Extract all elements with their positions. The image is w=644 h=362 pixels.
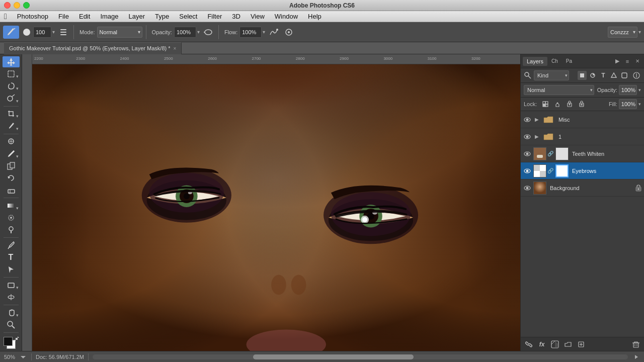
tab-layers[interactable]: Layers [523, 57, 547, 66]
menu-filter[interactable]: Filter [203, 12, 226, 21]
panel-close-icon[interactable]: ✕ [633, 57, 642, 66]
menu-view[interactable]: View [247, 12, 269, 21]
dodge-tool[interactable] [3, 224, 20, 235]
healing-tool[interactable] [3, 136, 20, 147]
layer-row-teeth[interactable]: 🔗 Teeth Whiten [521, 145, 644, 162]
3d-rotate-tool[interactable] [3, 292, 20, 303]
panel-menu-icon[interactable]: ≡ [623, 57, 632, 66]
statusbar-expand[interactable] [19, 353, 27, 361]
hand-tool[interactable]: ▾ [3, 307, 20, 318]
smartobj-filter-icon[interactable] [620, 71, 629, 80]
blur-tool[interactable] [3, 212, 20, 223]
zoom-tool[interactable] [3, 319, 20, 330]
kind-filter-select[interactable]: Kind [534, 70, 569, 80]
history-brush-tool[interactable] [3, 172, 20, 184]
smoothing-button[interactable] [267, 26, 280, 39]
menu-3d[interactable]: 3D [228, 12, 245, 21]
opacity-arrow[interactable]: ▾ [197, 29, 200, 35]
layer-link-footer-icon[interactable] [524, 339, 534, 349]
apple-menu[interactable]:  [4, 12, 7, 21]
path-select-tool[interactable] [3, 264, 20, 275]
menu-select[interactable]: Select [175, 12, 201, 21]
shape-tool[interactable]: ▾ [3, 280, 20, 291]
crop-tool[interactable]: ▾ [3, 108, 20, 119]
layer-row-eyebrows[interactable]: 🔗 Eyebrows [521, 162, 644, 179]
filter-toggle-icon[interactable] [632, 71, 641, 80]
delete-layer-icon[interactable] [631, 339, 641, 349]
menu-type[interactable]: Type [151, 12, 173, 21]
marquee-tool[interactable]: ▾ [3, 68, 20, 79]
lock-all-icon[interactable] [577, 100, 586, 109]
menu-photoshop[interactable]: Photoshop [13, 12, 52, 21]
profile-expand[interactable]: ▾ [638, 29, 641, 35]
adjustment-filter-icon[interactable] [588, 71, 597, 80]
layer-row-background[interactable]: Background [521, 179, 644, 197]
menu-edit[interactable]: Edit [75, 12, 94, 21]
flow-input[interactable] [239, 27, 262, 38]
close-button[interactable] [4, 2, 11, 9]
new-group-icon[interactable] [563, 339, 573, 349]
brush-tool-button[interactable] [3, 26, 19, 39]
layer-row-group1[interactable]: ▶ 1 [521, 128, 644, 145]
brush-size-input[interactable] [33, 27, 51, 38]
layer-visibility-group1[interactable] [523, 132, 532, 141]
foreground-color[interactable] [4, 337, 13, 346]
scrollbar-thumb[interactable] [253, 354, 414, 359]
tablet-options-button[interactable] [282, 26, 295, 39]
layer-visibility-eyebrows[interactable] [523, 166, 532, 175]
brush-size-dropdown[interactable]: ▾ [52, 29, 55, 35]
menu-window[interactable]: Window [271, 12, 302, 21]
swap-colors-icon[interactable] [14, 336, 20, 342]
lasso-tool[interactable]: ▾ [3, 80, 20, 92]
opacity-input[interactable] [174, 27, 196, 38]
menu-layer[interactable]: Layer [125, 12, 149, 21]
profile-select[interactable]: Conzzz [608, 27, 637, 38]
minimize-button[interactable] [14, 2, 20, 9]
tab-paths[interactable]: Pa [562, 57, 576, 65]
pixel-filter-icon[interactable] [578, 71, 587, 80]
lock-transparent-icon[interactable] [541, 100, 550, 109]
layer-visibility-teeth[interactable] [523, 149, 532, 158]
type-filter-icon[interactable]: T [599, 71, 608, 80]
layer-fx-icon[interactable]: fx [537, 339, 547, 349]
gradient-tool[interactable]: ▾ [3, 200, 20, 211]
quick-select-tool[interactable]: ▾ [3, 93, 20, 104]
canvas-area[interactable] [32, 64, 520, 351]
fill-input[interactable] [619, 99, 637, 109]
maximize-button[interactable] [23, 2, 30, 9]
new-layer-icon[interactable] [576, 339, 586, 349]
pen-tool[interactable] [3, 240, 20, 251]
layer-visibility-misc[interactable] [523, 115, 532, 124]
layers-blend-mode[interactable]: Normal Multiply Screen [524, 85, 594, 95]
flow-arrow[interactable]: ▾ [263, 29, 265, 35]
document-tab[interactable]: Gothic Makeover Tutorial.psd @ 50% (Eyeb… [4, 42, 182, 54]
canvas-image[interactable] [32, 64, 520, 351]
airbrush-button[interactable] [202, 26, 215, 39]
layer-visibility-background[interactable] [523, 184, 532, 193]
opacity-arrow[interactable]: ▾ [638, 87, 641, 93]
eraser-tool[interactable] [3, 185, 20, 196]
scroll-right[interactable] [632, 353, 640, 361]
brush-lt-tool[interactable]: ▾ [3, 148, 20, 159]
type-tool[interactable]: T [3, 252, 20, 263]
horizontal-scrollbar[interactable] [93, 354, 628, 359]
color-swatches[interactable] [3, 336, 20, 348]
lock-position-icon[interactable] [565, 100, 574, 109]
clone-tool[interactable] [3, 160, 20, 171]
move-tool[interactable] [3, 56, 20, 67]
panel-expand-icon[interactable]: ▶ [613, 57, 622, 66]
menu-help[interactable]: Help [304, 12, 326, 21]
layers-opacity-input[interactable] [619, 85, 637, 95]
menu-image[interactable]: Image [96, 12, 122, 21]
blend-mode-select[interactable]: Normal Multiply Screen [97, 27, 142, 38]
layer-expand-group1[interactable]: ▶ [533, 133, 540, 140]
layer-mask-footer-icon[interactable] [550, 339, 560, 349]
layer-row-misc[interactable]: ▶ Misc [521, 111, 644, 128]
shape-filter-icon[interactable] [609, 71, 618, 80]
menu-file[interactable]: File [54, 12, 73, 21]
tab-channels[interactable]: Ch [547, 57, 562, 65]
layer-expand-misc[interactable]: ▶ [533, 116, 540, 123]
fill-arrow[interactable]: ▾ [638, 102, 641, 107]
lock-image-icon[interactable] [553, 100, 562, 109]
eyedropper-tool[interactable]: ▾ [3, 120, 20, 131]
